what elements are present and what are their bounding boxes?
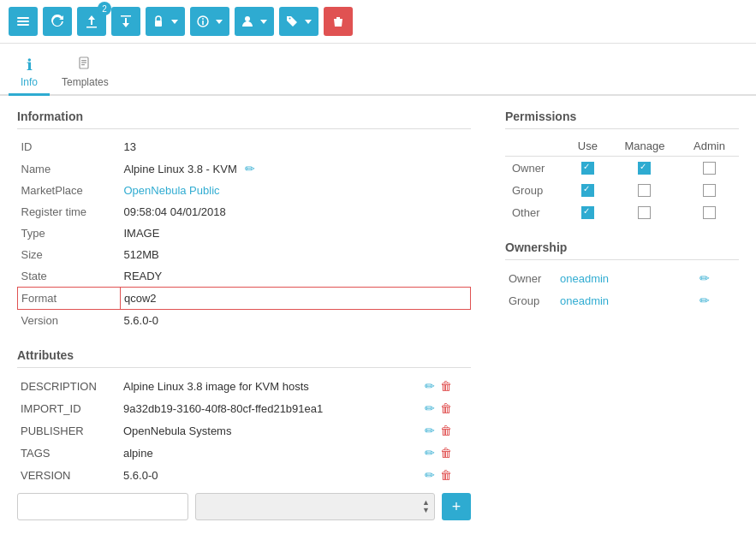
attr-value-publisher: OpenNebula Systems	[120, 419, 421, 442]
svg-rect-5	[202, 21, 204, 25]
upload-badge: 2	[98, 2, 111, 15]
info-value-version: 5.6.0-0	[121, 310, 471, 332]
info-row-state: State READY	[18, 265, 471, 288]
tab-info-label: Info	[21, 76, 38, 88]
new-attribute-key-input[interactable]	[17, 493, 188, 520]
delete-button[interactable]	[324, 7, 353, 36]
tab-templates[interactable]: Templates	[50, 51, 121, 96]
attr-edit-publisher-icon[interactable]: ✏	[425, 424, 435, 437]
svg-point-6	[202, 18, 204, 20]
new-attribute-value-select[interactable]	[195, 493, 435, 520]
info-value-register: 09:58:04 04/01/2018	[121, 201, 471, 223]
templates-tab-icon	[78, 56, 92, 74]
svg-rect-3	[155, 21, 162, 27]
attr-delete-version-icon[interactable]: 🗑	[440, 468, 452, 482]
attr-value-description: Alpine Linux 3.8 image for KVM hosts	[120, 375, 421, 397]
owner-edit-icon[interactable]: ✏	[699, 271, 710, 285]
information-title: Information	[17, 110, 471, 129]
refresh-button[interactable]	[43, 7, 72, 36]
content-area: Information ID 13 Name Alpine Linux 3.8 …	[0, 96, 756, 534]
download-button[interactable]	[111, 7, 140, 36]
attr-key-publisher: PUBLISHER	[17, 419, 120, 442]
attr-delete-publisher-icon[interactable]: 🗑	[440, 424, 452, 437]
info-label-name: Name	[18, 157, 121, 180]
perm-label-owner: Owner	[505, 157, 566, 180]
ownership-label-owner: Owner	[505, 267, 557, 289]
info-value-state: READY	[121, 265, 471, 288]
info-value-size: 512MB	[121, 244, 471, 265]
marketplace-link[interactable]: OpenNebula Public	[124, 184, 220, 197]
perm-owner-use-checkbox[interactable]	[581, 162, 594, 175]
perm-group-admin	[680, 179, 739, 201]
tab-info[interactable]: ℹ Info	[9, 50, 50, 96]
permissions-title: Permissions	[505, 110, 739, 129]
name-edit-icon[interactable]: ✏	[245, 162, 255, 175]
perm-group-manage	[610, 179, 680, 201]
attr-delete-description-icon[interactable]: 🗑	[440, 379, 452, 393]
perm-row-group: Group	[505, 179, 739, 201]
perm-other-use-checkbox[interactable]	[581, 206, 594, 219]
perm-label-group: Group	[505, 179, 566, 201]
info-row-type: Type IMAGE	[18, 223, 471, 244]
perm-other-manage-checkbox[interactable]	[638, 206, 651, 219]
svg-point-7	[245, 16, 250, 21]
information-table: ID 13 Name Alpine Linux 3.8 - KVM ✏ Mark…	[17, 136, 471, 331]
perm-other-use	[566, 201, 610, 223]
attr-row-publisher: PUBLISHER OpenNebula Systems ✏ 🗑	[17, 419, 471, 442]
ownership-value-group: oneadmin	[557, 289, 696, 312]
info-label-size: Size	[18, 244, 121, 265]
info-label-format: Format	[18, 288, 121, 310]
owner-link[interactable]: oneadmin	[560, 272, 609, 285]
perm-group-admin-checkbox[interactable]	[703, 184, 716, 197]
info-label-type: Type	[18, 223, 121, 244]
attr-row-description: DESCRIPTION Alpine Linux 3.8 image for K…	[17, 375, 471, 397]
user-button[interactable]	[235, 7, 274, 36]
perm-row-other: Other	[505, 201, 739, 223]
toolbar: 2	[0, 0, 756, 44]
info-value-type: IMAGE	[121, 223, 471, 244]
attr-delete-tags-icon[interactable]: 🗑	[440, 446, 452, 460]
svg-rect-2	[17, 24, 29, 26]
attr-edit-import-id-icon[interactable]: ✏	[425, 401, 435, 415]
info-label-version: Version	[18, 310, 121, 332]
info-row-size: Size 512MB	[18, 244, 471, 265]
ownership-row-owner: Owner oneadmin ✏	[505, 267, 739, 289]
attr-row-import-id: IMPORT_ID 9a32db19-3160-40f8-80cf-ffed21…	[17, 397, 471, 419]
perm-label-other: Other	[505, 201, 566, 223]
attr-key-version: VERSION	[17, 464, 120, 486]
attr-row-tags: TAGS alpine ✏ 🗑	[17, 442, 471, 464]
perm-owner-admin-checkbox[interactable]	[703, 162, 716, 175]
attr-edit-tags-icon[interactable]: ✏	[425, 446, 435, 460]
attr-delete-import-id-icon[interactable]: 🗑	[440, 401, 452, 415]
attr-value-import-id: 9a32db19-3160-40f8-80cf-ffed21b91ea1	[120, 397, 421, 419]
info-label-register: Register time	[18, 201, 121, 223]
info-row-version: Version 5.6.0-0	[18, 310, 471, 332]
info-row-format: Format qcow2	[18, 288, 471, 310]
attr-edit-description-icon[interactable]: ✏	[425, 379, 435, 393]
info-tab-icon: ℹ	[27, 56, 33, 74]
perm-owner-use	[566, 157, 610, 180]
perm-other-admin-checkbox[interactable]	[703, 206, 716, 219]
add-attribute-button[interactable]: +	[442, 493, 471, 520]
lock-button[interactable]	[146, 7, 185, 36]
group-edit-icon[interactable]: ✏	[699, 294, 710, 307]
perm-group-use-checkbox[interactable]	[581, 184, 594, 197]
info-value-format: qcow2	[121, 288, 471, 310]
attr-key-description: DESCRIPTION	[17, 375, 120, 397]
perm-owner-manage	[610, 157, 680, 180]
info-row-marketplace: MarketPlace OpenNebula Public	[18, 180, 471, 201]
info-button[interactable]	[190, 7, 229, 36]
perm-other-manage	[610, 201, 680, 223]
svg-rect-10	[81, 62, 86, 63]
group-link[interactable]: oneadmin	[560, 294, 609, 307]
perm-group-manage-checkbox[interactable]	[638, 184, 651, 197]
attr-edit-version-icon[interactable]: ✏	[425, 468, 435, 482]
tag-button[interactable]	[279, 7, 318, 36]
back-button[interactable]	[9, 7, 38, 36]
info-row-id: ID 13	[18, 136, 471, 157]
info-value-name: Alpine Linux 3.8 - KVM ✏	[121, 157, 471, 180]
perm-owner-manage-checkbox[interactable]	[638, 162, 651, 175]
left-column: Information ID 13 Name Alpine Linux 3.8 …	[17, 110, 471, 520]
attr-key-import-id: IMPORT_ID	[17, 397, 120, 419]
attr-row-version: VERSION 5.6.0-0 ✏ 🗑	[17, 464, 471, 486]
